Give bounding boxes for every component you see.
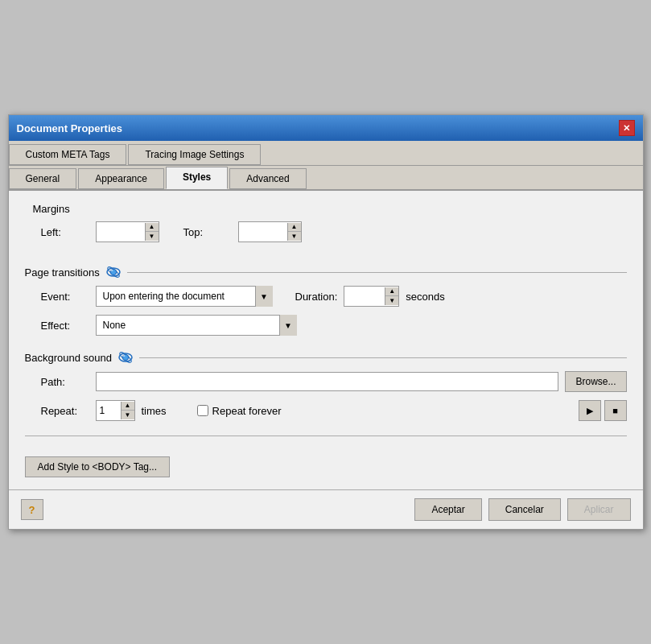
- left-up-btn[interactable]: ▲: [146, 223, 159, 232]
- event-select[interactable]: Upon entering the document Upon exiting …: [96, 286, 273, 307]
- tab-custom-meta[interactable]: Custom META Tags: [9, 144, 127, 165]
- browse-button[interactable]: Browse...: [565, 371, 626, 392]
- apply-button[interactable]: Aplicar: [567, 498, 631, 521]
- bg-sound-line: [139, 357, 627, 358]
- tabs-row1: Custom META Tags Tracing Image Settings: [9, 141, 643, 166]
- document-properties-dialog: Document Properties ✕ Custom META Tags T…: [8, 114, 644, 530]
- section-divider: [25, 436, 627, 436]
- tab-tracing-image[interactable]: Tracing Image Settings: [128, 144, 261, 165]
- title-bar: Document Properties ✕: [9, 115, 643, 141]
- tab-advanced[interactable]: Advanced: [229, 168, 306, 189]
- bg-sound-header: Background sound: [25, 350, 627, 365]
- content-area: Margins Left: ▲ ▼ Top:: [9, 191, 643, 489]
- event-label: Event:: [41, 291, 89, 303]
- tab-general[interactable]: General: [9, 168, 77, 189]
- repeat-input[interactable]: [97, 401, 121, 420]
- tab-styles[interactable]: Styles: [166, 167, 228, 189]
- top-spinner-btns: ▲ ▼: [287, 223, 301, 241]
- dialog-title: Document Properties: [17, 122, 122, 134]
- footer: ? Aceptar Cancelar Aplicar: [9, 489, 643, 529]
- repeat-spinner: ▲ ▼: [96, 400, 135, 421]
- event-row: Event: Upon entering the document Upon e…: [41, 286, 627, 307]
- page-transitions-fields: Event: Upon entering the document Upon e…: [25, 286, 627, 336]
- path-label: Path:: [41, 376, 89, 388]
- close-button[interactable]: ✕: [619, 120, 635, 136]
- left-spinner: ▲ ▼: [96, 221, 159, 242]
- top-label: Top:: [183, 226, 232, 238]
- effect-select[interactable]: None Box in Box out Circle in Circle out…: [96, 315, 297, 336]
- svg-point-4: [110, 270, 113, 271]
- tabs-row2: General Appearance Styles Advanced: [9, 166, 643, 191]
- svg-point-9: [122, 355, 125, 357]
- repeat-suffix: times: [142, 405, 167, 417]
- duration-spinner-btns: ▲ ▼: [385, 287, 398, 305]
- duration-spinner: ▲ ▼: [344, 286, 399, 307]
- add-style-button[interactable]: Add Style to <BODY> Tag...: [25, 456, 171, 477]
- path-input[interactable]: [96, 372, 559, 391]
- duration-up-btn[interactable]: ▲: [385, 287, 398, 296]
- page-transitions-line: [127, 272, 627, 273]
- top-down-btn[interactable]: ▼: [288, 232, 301, 241]
- ie-icon-transitions: [106, 265, 121, 279]
- duration-down-btn[interactable]: ▼: [385, 296, 398, 305]
- play-button[interactable]: ▶: [579, 400, 601, 421]
- top-spinner: ▲ ▼: [238, 221, 302, 242]
- path-row: Path: Browse...: [41, 371, 627, 392]
- repeat-forever-label[interactable]: Repeat forever: [197, 405, 282, 417]
- page-transitions-section: Page transitions Event:: [25, 265, 627, 336]
- ie-icon-sound: [118, 350, 133, 365]
- left-input[interactable]: [97, 222, 145, 242]
- background-sound-section: Background sound Path: Browse...: [25, 350, 627, 421]
- top-input[interactable]: [239, 222, 287, 242]
- accept-button[interactable]: Aceptar: [414, 498, 481, 521]
- top-margin-row: Top: ▲ ▼: [183, 221, 302, 242]
- event-dropdown[interactable]: Upon entering the document Upon exiting …: [96, 286, 273, 307]
- tab-appearance[interactable]: Appearance: [78, 168, 164, 189]
- media-controls: ▶ ■: [579, 400, 627, 421]
- page-transitions-header: Page transitions: [25, 265, 627, 279]
- left-label: Left:: [41, 226, 89, 238]
- bg-sound-fields: Path: Browse... Repeat: ▲ ▼ times: [25, 371, 627, 421]
- repeat-up-btn[interactable]: ▲: [122, 402, 134, 411]
- repeat-forever-text: Repeat forever: [212, 405, 282, 417]
- repeat-label: Repeat:: [41, 405, 89, 417]
- top-up-btn[interactable]: ▲: [288, 223, 301, 232]
- left-margin-row: Left: ▲ ▼: [41, 221, 159, 242]
- duration-input[interactable]: [344, 287, 385, 306]
- left-down-btn[interactable]: ▼: [146, 232, 159, 241]
- footer-buttons: Aceptar Cancelar Aplicar: [414, 498, 630, 521]
- effect-dropdown[interactable]: None Box in Box out Circle in Circle out…: [96, 315, 297, 336]
- help-button[interactable]: ?: [21, 499, 43, 520]
- stop-button[interactable]: ■: [604, 400, 627, 421]
- effect-label: Effect:: [41, 320, 89, 332]
- margins-fields: Left: ▲ ▼ Top: ▲ ▼: [33, 221, 627, 250]
- cancel-button[interactable]: Cancelar: [488, 498, 561, 521]
- repeat-spinner-btns: ▲ ▼: [121, 402, 134, 419]
- duration-suffix: seconds: [406, 291, 444, 303]
- effect-row: Effect: None Box in Box out Circle in Ci…: [41, 315, 627, 336]
- left-spinner-btns: ▲ ▼: [145, 223, 159, 241]
- repeat-forever-checkbox[interactable]: [197, 405, 208, 416]
- repeat-row: Repeat: ▲ ▼ times Repeat forever: [41, 400, 627, 421]
- duration-label: Duration:: [295, 291, 338, 303]
- margins-header: Margins: [33, 203, 627, 215]
- margins-section: Margins Left: ▲ ▼ Top:: [25, 203, 627, 250]
- repeat-down-btn[interactable]: ▼: [122, 411, 134, 419]
